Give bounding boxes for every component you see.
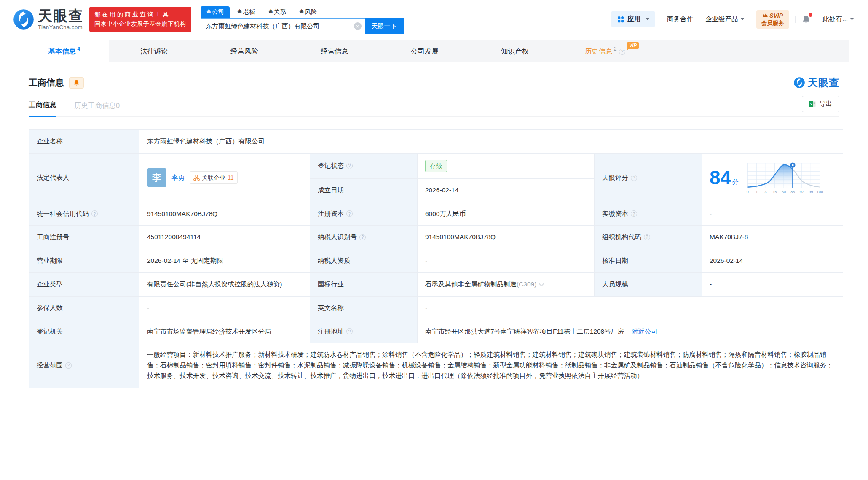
svg-text:50: 50 <box>782 190 786 194</box>
notifications-bell[interactable] <box>801 15 811 24</box>
field-value-company-name: 东方雨虹绿色建材科技（广西）有限公司 <box>139 130 843 154</box>
nearby-companies-link[interactable]: 附近公司 <box>632 328 658 335</box>
business-info-card: 工商信息 天眼查 工商信息 历史工商信息0 <box>19 76 849 388</box>
field-label-score: 天眼评分 <box>595 153 702 202</box>
user-label: 此处有... <box>823 15 848 24</box>
notification-dot <box>809 13 812 17</box>
search-button[interactable]: 天眼一下 <box>365 18 404 34</box>
section-title: 工商信息 <box>29 77 64 89</box>
subtab-business-info[interactable]: 工商信息 <box>29 100 56 117</box>
promo-line-1: 都在用的商业查询工具 <box>94 10 186 19</box>
help-icon[interactable] <box>644 234 650 240</box>
field-value-staff-size: - <box>702 272 843 296</box>
search-tab-risk[interactable]: 查风险 <box>293 6 323 18</box>
field-label-address: 注册地址 <box>310 320 418 343</box>
crown-icon <box>762 13 768 18</box>
field-value-biz-term: 2026-02-14 至 无固定期限 <box>139 249 310 273</box>
field-label-legal-rep: 法定代表人 <box>29 153 139 202</box>
svg-text:0: 0 <box>747 190 749 194</box>
table-row: 企业名称 东方雨虹绿色建材科技（广西）有限公司 <box>29 130 843 154</box>
svg-text:99: 99 <box>809 190 813 194</box>
chevron-down-icon <box>850 18 854 20</box>
top-header: 天眼查 TianYanCha.com 都在用的商业查询工具 国家中小企业发展子基… <box>0 0 868 39</box>
help-icon[interactable] <box>346 210 353 217</box>
vip-badge: VIP <box>627 42 639 49</box>
field-value-reg-status: 存续 <box>418 153 595 178</box>
field-label-paid-capital: 实缴资本 <box>595 202 702 226</box>
svg-text:X: X <box>810 102 813 106</box>
tab-company-development[interactable]: 公司发展 <box>380 40 470 62</box>
field-label-staff-size: 人员规模 <box>595 272 702 296</box>
help-icon[interactable] <box>91 210 98 217</box>
nav-divider <box>817 16 817 23</box>
field-value-reg-number: 450112000494114 <box>139 226 310 249</box>
clear-search-icon[interactable] <box>354 22 362 30</box>
svg-text:100: 100 <box>817 190 823 194</box>
apps-label: 应用 <box>627 15 640 24</box>
nav-divider <box>750 16 750 23</box>
search-tab-boss[interactable]: 查老板 <box>231 6 261 18</box>
bell-icon <box>73 79 80 86</box>
chevron-down-icon <box>741 18 744 20</box>
avatar[interactable]: 李 <box>147 168 166 187</box>
search-tab-company[interactable]: 查公司 <box>201 6 230 18</box>
tab-count: 2 <box>614 46 617 52</box>
field-value-reg-authority: 南宁市市场监督管理局经济技术开发区分局 <box>139 320 310 343</box>
tab-basic-info[interactable]: 基本信息 4 <box>19 40 109 62</box>
svip-member-service[interactable]: SVIP 会员服务 <box>756 10 789 29</box>
field-label-reg-capital: 注册资本 <box>310 202 418 226</box>
tianyancha-watermark: 天眼查 <box>793 76 839 89</box>
help-icon[interactable] <box>631 175 637 181</box>
related-network-icon <box>193 175 200 181</box>
field-label-est-date: 成立日期 <box>310 178 418 202</box>
legal-rep-link[interactable]: 李勇 <box>171 173 185 183</box>
business-info-table: 企业名称 东方雨虹绿色建材科技（广西）有限公司 法定代表人 李 李勇 <box>29 129 843 388</box>
user-account-menu[interactable]: 此处有... <box>823 15 854 24</box>
tab-operating-info[interactable]: 经营信息 <box>289 40 380 62</box>
tab-operating-risk[interactable]: 经营风险 <box>199 40 289 62</box>
promo-line-2: 国家中小企业发展子基金旗下机构 <box>94 19 186 29</box>
field-label-taxpayer-quals: 纳税人资质 <box>310 249 418 273</box>
field-value-english-name: - <box>418 296 843 320</box>
tab-count: 4 <box>77 46 80 52</box>
export-button[interactable]: X 导出 <box>802 96 839 112</box>
help-icon[interactable] <box>346 328 353 334</box>
svip-sublabel: 会员服务 <box>761 19 784 27</box>
field-label-org-code: 组织机构代码 <box>595 226 702 249</box>
field-label-scope: 经营范围 <box>29 343 139 388</box>
brand-domain: TianYanCha.com <box>38 24 83 30</box>
chevron-down-icon[interactable] <box>539 281 544 286</box>
field-value-credit-code: 91450100MAK70BJ78Q <box>139 202 310 226</box>
tab-legal-proceedings[interactable]: 法律诉讼 <box>109 40 199 62</box>
nav-enterprise-products[interactable]: 企业级产品 <box>705 15 744 24</box>
nav-divider <box>661 16 661 23</box>
tab-intellectual-property[interactable]: 知识产权 <box>470 40 560 62</box>
apps-menu[interactable]: 应用 <box>611 11 655 27</box>
help-icon[interactable] <box>65 362 72 369</box>
help-icon[interactable] <box>631 210 637 217</box>
search-tab-relation[interactable]: 查关系 <box>263 6 292 18</box>
monitor-bell-button[interactable] <box>69 77 84 89</box>
svg-text:15: 15 <box>773 190 777 194</box>
field-value-industry: 石墨及其他非金属矿物制品制造(C309) <box>418 272 595 296</box>
help-icon[interactable] <box>619 49 625 55</box>
industry-code: (C309) <box>517 280 536 288</box>
watermark-text: 天眼查 <box>808 76 839 89</box>
tianyancha-company-page: 天眼查 TianYanCha.com 都在用的商业查询工具 国家中小企业发展子基… <box>0 0 868 480</box>
table-row: 登记机关 南宁市市场监督管理局经济技术开发区分局 注册地址 南宁市经开区那洪大道… <box>29 320 843 343</box>
field-value-company-type: 有限责任公司(非自然人投资或控股的法人独资) <box>139 272 310 296</box>
table-row: 经营范围 一般经营项目：新材料技术推广服务；新材料技术研发；建筑防水卷材产品销售… <box>29 343 843 388</box>
tab-history-info[interactable]: 历史信息 2 VIP <box>560 40 650 62</box>
nav-divider <box>699 16 699 23</box>
help-icon[interactable] <box>346 163 353 169</box>
tianyancha-logo[interactable]: 天眼查 TianYanCha.com <box>13 8 83 30</box>
search-input[interactable] <box>201 18 365 34</box>
help-icon[interactable] <box>359 234 366 240</box>
related-companies-badge[interactable]: 关联企业 11 <box>190 171 238 184</box>
promo-banner: 都在用的商业查询工具 国家中小企业发展子基金旗下机构 <box>89 7 191 32</box>
nav-business-cooperation[interactable]: 商务合作 <box>667 15 693 24</box>
table-row: 企业类型 有限责任公司(非自然人投资或控股的法人独资) 国标行业 石墨及其他非金… <box>29 272 843 296</box>
field-label-company-type: 企业类型 <box>29 272 139 296</box>
export-label: 导出 <box>820 100 832 108</box>
subtab-history-business-info[interactable]: 历史工商信息0 <box>74 101 120 116</box>
